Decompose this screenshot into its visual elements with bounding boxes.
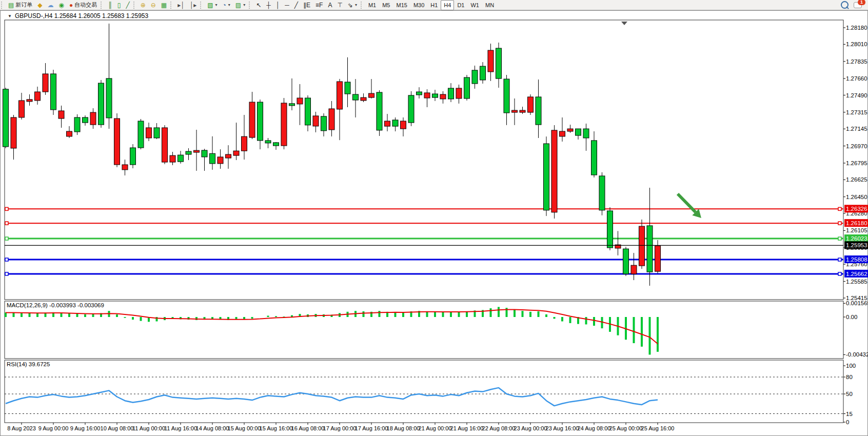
candle xyxy=(35,92,41,101)
candle xyxy=(51,74,56,110)
timeframe-w1-button[interactable]: W1 xyxy=(467,0,482,10)
timeframe-m5-button[interactable]: M5 xyxy=(379,0,393,10)
svg-text:0.001569: 0.001569 xyxy=(846,300,868,306)
candle xyxy=(3,89,9,147)
svg-text:MACD(12,26,9) -0.003993 -0.003: MACD(12,26,9) -0.003993 -0.003069 xyxy=(7,302,104,308)
line-handle[interactable] xyxy=(5,258,8,261)
svg-text:1.25662: 1.25662 xyxy=(846,271,867,277)
candle xyxy=(576,129,581,135)
candle xyxy=(504,79,509,113)
new-chart-icon: ▧ xyxy=(207,2,213,8)
timeframe-m1-button[interactable]: M1 xyxy=(365,0,379,10)
candle xyxy=(599,176,605,210)
candle xyxy=(297,98,303,104)
candlestick-button[interactable]: ▯ xyxy=(115,0,124,10)
chart-window[interactable]: ▼GBPUSD-,H4 1.25684 1.26005 1.25683 1.25… xyxy=(0,10,868,436)
charts-icon[interactable]: ◆ xyxy=(35,0,45,10)
timeframe-mn-button[interactable]: MN xyxy=(482,0,497,10)
timeframe-m30-button[interactable]: M30 xyxy=(410,0,427,10)
svg-text:14 Aug 08:00: 14 Aug 08:00 xyxy=(196,425,229,431)
candle xyxy=(377,92,382,130)
candle xyxy=(631,265,637,274)
timeframe-m15-button[interactable]: M15 xyxy=(393,0,410,10)
market-watch-icon[interactable]: ☁ xyxy=(45,0,56,10)
candle xyxy=(544,144,549,210)
svg-text:1.26180: 1.26180 xyxy=(846,220,867,226)
svg-text:1.26450: 1.26450 xyxy=(846,194,867,200)
bar-chart-button[interactable]: ║ xyxy=(105,0,115,10)
line-handle[interactable] xyxy=(838,258,841,261)
line-handle[interactable] xyxy=(5,272,8,275)
new-chart-button[interactable]: ▧▾ xyxy=(205,0,220,10)
fibonacci-icon: ≡F xyxy=(315,2,323,8)
channel-button[interactable]: ∥E xyxy=(301,0,313,10)
svg-text:18 Aug 08:00: 18 Aug 08:00 xyxy=(387,425,420,431)
hline-button[interactable]: ─ xyxy=(282,0,292,10)
trendline-button[interactable]: ╱ xyxy=(292,0,301,10)
new-order-button[interactable]: ▤新订单 xyxy=(6,0,35,10)
svg-text:1.26625: 1.26625 xyxy=(846,176,867,183)
periods-button[interactable]: ◔▾ xyxy=(220,0,233,10)
candle xyxy=(591,141,597,175)
tile-windows-button[interactable]: ▦ xyxy=(159,0,169,10)
svg-text:21 Aug 00:00: 21 Aug 00:00 xyxy=(419,425,452,431)
zoom-in-button[interactable]: ⊕ xyxy=(138,0,148,10)
candle xyxy=(560,131,565,136)
candle xyxy=(607,211,613,248)
candle xyxy=(528,97,534,112)
auto-trading-button[interactable]: ●自动交易 xyxy=(67,0,100,10)
candle xyxy=(536,97,541,125)
tile-windows-icon: ▦ xyxy=(161,2,167,8)
line-handle[interactable] xyxy=(838,272,841,275)
signals-icon[interactable]: ◉ xyxy=(56,0,67,10)
line-handle[interactable] xyxy=(838,237,841,240)
chat-icon[interactable]: 1 xyxy=(854,2,862,8)
line-handle[interactable] xyxy=(838,207,841,210)
candlestick-icon: ▯ xyxy=(117,2,121,8)
svg-text:1.25808: 1.25808 xyxy=(846,256,867,263)
gbpusd-h4-chart[interactable]: ▼GBPUSD-,H4 1.25684 1.26005 1.25683 1.25… xyxy=(1,11,868,436)
equidistant-channel-icon: ∥E xyxy=(303,2,310,8)
svg-text:1.26795: 1.26795 xyxy=(846,160,867,166)
line-handle[interactable] xyxy=(5,222,8,225)
svg-text:23 Aug 00:00: 23 Aug 00:00 xyxy=(514,425,547,431)
candle xyxy=(337,82,343,109)
line-chart-button[interactable]: ╱ xyxy=(123,0,132,10)
toolbar-grip xyxy=(170,2,174,9)
zoom-out-button[interactable]: ⊖ xyxy=(148,0,159,10)
vertical-line-icon: │ xyxy=(276,2,280,8)
chart-shift-button[interactable]: │▸ xyxy=(187,0,200,10)
candle xyxy=(345,82,350,94)
crosshair-button[interactable]: ┼ xyxy=(264,0,273,10)
candle xyxy=(313,116,319,126)
vline-button[interactable]: │ xyxy=(273,0,283,10)
line-handle[interactable] xyxy=(5,237,8,240)
candle xyxy=(249,102,255,137)
candle xyxy=(512,110,518,112)
svg-text:25 Aug 16:00: 25 Aug 16:00 xyxy=(641,425,675,431)
search-icon[interactable] xyxy=(841,1,849,9)
cursor-button[interactable]: ↖ xyxy=(253,0,264,10)
candle xyxy=(218,157,223,164)
toolbar-button-label: 新订单 xyxy=(15,1,32,9)
candle xyxy=(98,83,104,125)
svg-text:11 Aug 16:00: 11 Aug 16:00 xyxy=(164,425,197,431)
line-handle[interactable] xyxy=(838,222,841,225)
text-button[interactable]: A xyxy=(325,0,334,10)
line-handle[interactable] xyxy=(5,207,8,210)
svg-text:RSI(14) 39.6725: RSI(14) 39.6725 xyxy=(7,361,50,367)
chevron-down-icon: ▾ xyxy=(215,3,218,7)
svg-text:9 Aug 00:00: 9 Aug 00:00 xyxy=(38,425,69,431)
timeframe-h1-button[interactable]: H1 xyxy=(427,0,441,10)
horizontal-line-icon: ─ xyxy=(285,2,289,8)
fibonacci-button[interactable]: ≡F xyxy=(313,0,325,10)
timeframe-h4-button[interactable]: H4 xyxy=(441,0,454,10)
arrows-button[interactable]: ⇘▾ xyxy=(345,0,360,10)
auto-scroll-button[interactable]: ▸│ xyxy=(175,0,187,10)
chart-title: ▼GBPUSD-,H4 1.25684 1.26005 1.25683 1.25… xyxy=(8,12,149,19)
timeframe-d1-button[interactable]: D1 xyxy=(454,0,467,10)
svg-text:50: 50 xyxy=(846,391,853,397)
label-button[interactable]: ⊤ xyxy=(334,0,345,10)
template-button[interactable]: ▨▾ xyxy=(233,0,248,10)
candle xyxy=(258,102,263,141)
